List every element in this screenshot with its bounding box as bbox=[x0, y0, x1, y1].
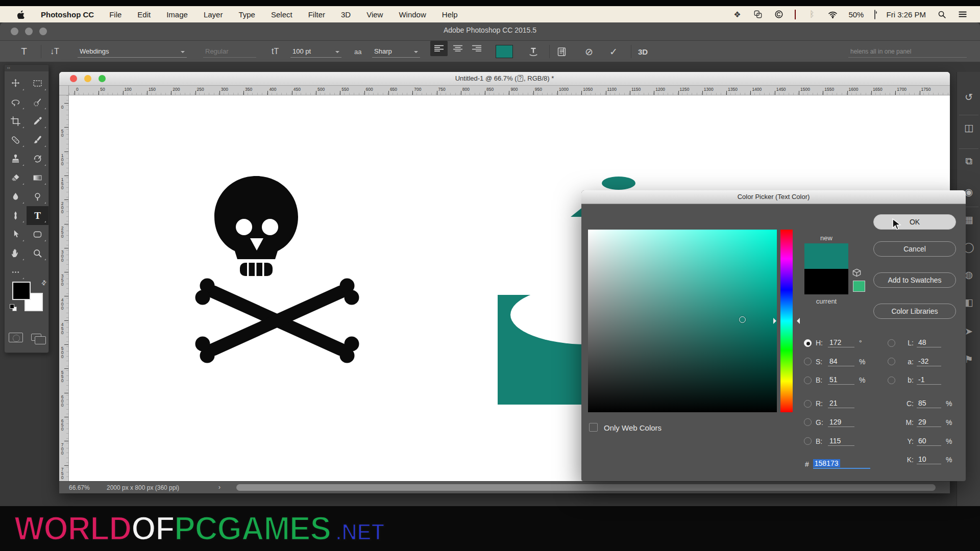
zoom-level-field[interactable]: 66.67% bbox=[69, 484, 90, 491]
screen-mode-icon[interactable] bbox=[31, 334, 41, 341]
film-icon[interactable] bbox=[795, 10, 796, 19]
lasso-tool[interactable] bbox=[5, 93, 27, 112]
current-color-swatch[interactable] bbox=[804, 269, 848, 294]
window-close-button[interactable] bbox=[11, 28, 18, 35]
warp-text-icon[interactable] bbox=[528, 41, 539, 62]
tools-panel-header[interactable]: ‹‹ bbox=[5, 65, 48, 71]
bluetooth-icon[interactable]: ᛒ bbox=[806, 9, 817, 19]
menu-item-view[interactable]: View bbox=[366, 10, 383, 19]
align-center-button[interactable] bbox=[449, 41, 467, 56]
radio-s[interactable] bbox=[804, 358, 812, 365]
color-libraries-button[interactable]: Color Libraries bbox=[873, 304, 956, 319]
color-field[interactable] bbox=[588, 230, 777, 412]
3d-mode-button[interactable]: 3D bbox=[638, 41, 648, 62]
radio-l[interactable] bbox=[888, 339, 895, 347]
eraser-tool[interactable] bbox=[5, 168, 27, 187]
hue-slider[interactable] bbox=[780, 230, 793, 412]
value-input[interactable]: 84 bbox=[828, 357, 854, 366]
font-size-select[interactable]: 100 pt bbox=[290, 41, 341, 62]
device-preview-panel-icon[interactable]: ◫ bbox=[957, 122, 980, 134]
value-input[interactable]: 85 bbox=[917, 399, 941, 408]
radio-b[interactable] bbox=[804, 377, 812, 384]
ok-button[interactable]: OK bbox=[873, 214, 956, 230]
move-tool[interactable] bbox=[5, 74, 27, 93]
wifi-icon[interactable] bbox=[827, 9, 838, 19]
options-search-field[interactable]: helens all in one panel bbox=[848, 41, 967, 62]
value-input[interactable]: 48 bbox=[917, 338, 941, 347]
type-tool[interactable]: T bbox=[27, 206, 48, 225]
overlap-windows-icon[interactable] bbox=[753, 9, 763, 19]
text-orientation-icon[interactable]: ↓T bbox=[50, 41, 59, 62]
add-to-swatches-button[interactable]: Add to Swatches bbox=[873, 272, 956, 288]
quick-mask-icon[interactable] bbox=[9, 333, 23, 342]
font-style-select[interactable]: Regular bbox=[203, 41, 256, 62]
value-input[interactable]: 51 bbox=[828, 375, 854, 385]
value-input[interactable]: -32 bbox=[917, 357, 941, 366]
brush-tool[interactable] bbox=[27, 131, 48, 149]
value-input[interactable]: 29 bbox=[917, 418, 941, 427]
clone-stamp-tool[interactable] bbox=[5, 149, 27, 168]
menu-item-filter[interactable]: Filter bbox=[308, 10, 325, 19]
color-field-marker[interactable] bbox=[739, 316, 746, 323]
gradient-tool[interactable] bbox=[27, 168, 48, 187]
blur-tool[interactable] bbox=[5, 187, 27, 206]
3d-panel-icon[interactable]: ⧉ bbox=[957, 156, 980, 167]
eyedropper-tool[interactable] bbox=[27, 112, 48, 131]
ruler-corner[interactable] bbox=[59, 86, 69, 95]
align-right-button[interactable] bbox=[468, 41, 485, 56]
text-color-swatch[interactable] bbox=[496, 41, 513, 62]
value-input[interactable]: -1 bbox=[917, 375, 941, 385]
value-input[interactable]: 10 bbox=[917, 455, 941, 464]
dropbox-icon[interactable]: ❖ bbox=[732, 9, 742, 19]
shape-tool[interactable] bbox=[27, 225, 48, 244]
menu-item-help[interactable]: Help bbox=[442, 10, 458, 19]
radio-a[interactable] bbox=[888, 358, 895, 365]
gamut-color-swatch[interactable] bbox=[853, 281, 865, 292]
foreground-color-swatch[interactable] bbox=[12, 282, 31, 300]
crop-tool[interactable] bbox=[5, 112, 27, 131]
menu-item-type[interactable]: Type bbox=[238, 10, 255, 19]
history-panel-icon[interactable]: ↺ bbox=[957, 91, 980, 103]
menu-item-window[interactable]: Window bbox=[399, 10, 426, 19]
radio-g[interactable] bbox=[804, 418, 812, 426]
menu-item-select[interactable]: Select bbox=[271, 10, 292, 19]
value-input[interactable]: 21 bbox=[828, 399, 854, 408]
web-gamut-cube-icon[interactable] bbox=[852, 268, 862, 279]
horizontal-ruler[interactable]: 0501001502002503003504004505005506006507… bbox=[69, 86, 950, 95]
hand-tool[interactable] bbox=[5, 244, 27, 263]
window-zoom-button[interactable] bbox=[39, 28, 47, 35]
menu-item-3d[interactable]: 3D bbox=[341, 10, 351, 19]
horizontal-scrollbar[interactable] bbox=[236, 484, 936, 491]
value-input[interactable]: 129 bbox=[828, 418, 854, 427]
value-input[interactable]: 60 bbox=[917, 437, 941, 446]
creative-cloud-icon[interactable] bbox=[774, 9, 784, 19]
anti-alias-select[interactable]: Sharp bbox=[372, 41, 420, 62]
healing-tool[interactable] bbox=[5, 131, 27, 149]
menu-app-name[interactable]: Photoshop CC bbox=[41, 10, 94, 19]
marquee-tool[interactable] bbox=[27, 74, 48, 93]
pen-tool[interactable] bbox=[5, 206, 27, 225]
hex-input[interactable]: 158173 bbox=[813, 459, 870, 469]
align-left-button[interactable] bbox=[430, 41, 448, 56]
default-colors-icon[interactable] bbox=[10, 304, 17, 311]
menu-item-image[interactable]: Image bbox=[166, 10, 188, 19]
cancel-edits-icon[interactable]: ⊘ bbox=[585, 41, 593, 62]
font-family-select[interactable]: Webdings bbox=[78, 41, 187, 62]
dialog-title[interactable]: Color Picker (Text Color) bbox=[581, 190, 966, 204]
status-options-arrow[interactable]: › bbox=[218, 484, 220, 491]
dodge-tool[interactable] bbox=[27, 187, 48, 206]
cancel-button[interactable]: Cancel bbox=[873, 241, 956, 257]
radio-r[interactable] bbox=[804, 400, 812, 408]
notification-center-icon[interactable] bbox=[958, 9, 968, 19]
value-input[interactable]: 115 bbox=[828, 437, 854, 446]
window-minimize-button[interactable] bbox=[25, 28, 33, 35]
document-titlebar[interactable]: Untitled-1 @ 66.7% (?, RGB/8) * bbox=[59, 72, 950, 86]
history-brush-tool[interactable] bbox=[27, 149, 48, 168]
only-web-colors-checkbox[interactable] bbox=[589, 423, 598, 432]
zoom-tool[interactable] bbox=[27, 244, 48, 263]
radio-h[interactable] bbox=[804, 339, 812, 347]
apple-menu-icon[interactable] bbox=[15, 9, 26, 19]
commit-edits-icon[interactable]: ✓ bbox=[609, 41, 618, 62]
quick-select-tool[interactable] bbox=[27, 93, 48, 112]
more-tools[interactable] bbox=[5, 263, 27, 282]
